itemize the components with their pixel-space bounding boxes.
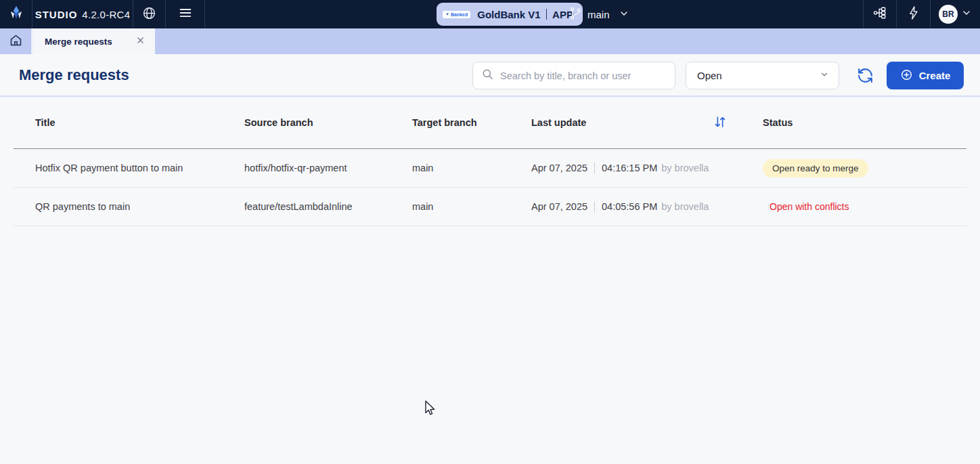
branch-name: main (587, 9, 610, 20)
refresh-icon (857, 75, 874, 86)
merge-requests-table: Title Source branch Target branch Last u… (14, 97, 966, 226)
mr-time: 04:16:15 PM (602, 163, 657, 173)
column-header-source-branch: Source branch (244, 117, 412, 128)
column-header-target-branch: Target branch (412, 117, 531, 128)
mr-title: QR payments to main (35, 201, 244, 212)
mr-target-branch: main (412, 163, 531, 173)
user-chevron-down-icon (961, 7, 972, 21)
date-time-divider (594, 163, 595, 174)
column-header-status: Status (763, 117, 966, 128)
product-name: STUDIO (35, 9, 78, 20)
banked-logo-text: Banked (451, 12, 468, 17)
knowledge-base-selector[interactable]: ▼ Banked GoldBank V1 APP (437, 3, 583, 26)
status-badge: Open ready to merge (763, 159, 868, 177)
globe-button[interactable] (133, 0, 166, 28)
mr-source-branch: feature/testLambdaInline (244, 201, 412, 212)
tab-close-icon[interactable] (135, 35, 146, 48)
column-header-last-update: Last update (531, 117, 586, 128)
lightning-bolt-icon (906, 5, 921, 23)
git-branch-icon (569, 6, 583, 22)
create-button-label: Create (919, 70, 951, 81)
kb-divider (546, 9, 548, 20)
user-menu[interactable]: BR (930, 0, 980, 28)
studio-version: STUDIO 4.2.0-RC4 (32, 0, 133, 28)
banked-logo-badge: ▼ Banked (443, 11, 470, 18)
search-input[interactable] (500, 70, 667, 81)
home-icon (9, 33, 23, 50)
product-version: 4.2.0-RC4 (82, 9, 130, 20)
branch-selector[interactable]: main (569, 0, 629, 28)
mr-date: Apr 07, 2025 (531, 201, 587, 212)
studio-logo-icon (7, 4, 25, 24)
search-icon (481, 68, 494, 83)
column-header-title: Title (35, 117, 244, 128)
hamburger-menu-icon (178, 5, 193, 23)
search-box (472, 62, 675, 89)
app-logo[interactable] (0, 0, 32, 28)
mr-title: Hotfix QR payment button to main (35, 163, 244, 173)
kb-name: GoldBank V1 (477, 9, 540, 20)
quick-actions-button[interactable] (896, 0, 930, 28)
main-menu-button[interactable] (166, 0, 205, 28)
deployment-tree-button[interactable] (863, 0, 896, 28)
refresh-button[interactable] (857, 67, 874, 84)
mr-author: by brovella (661, 163, 709, 173)
filter-selected-value: Open (697, 70, 820, 81)
tab-bar: Merge requests (0, 28, 980, 54)
sitemap-icon (872, 5, 887, 23)
banked-logo-icon: ▼ (445, 12, 449, 16)
mr-author: by brovella (661, 201, 709, 212)
select-chevron-down-icon (820, 70, 829, 82)
globe-icon (142, 6, 156, 23)
mr-time: 04:05:56 PM (602, 201, 657, 212)
plus-circle-icon (900, 68, 913, 83)
create-button[interactable]: Create (887, 62, 964, 89)
tab-merge-requests[interactable]: Merge requests (32, 28, 155, 54)
status-filter-select[interactable]: Open (686, 62, 839, 89)
merge-request-row[interactable]: Hotfix QR payment button to main hotfix/… (14, 149, 966, 188)
tab-home[interactable] (0, 28, 32, 54)
header-divider (0, 96, 980, 97)
page-title: Merge requests (19, 66, 129, 84)
branch-chevron-down-icon (619, 8, 629, 21)
user-avatar: BR (939, 5, 958, 24)
date-time-divider (594, 201, 595, 213)
sort-toggle-icon[interactable] (713, 114, 728, 131)
merge-request-row[interactable]: QR payments to main feature/testLambdaIn… (14, 188, 966, 226)
tab-label: Merge requests (45, 37, 135, 47)
mr-target-branch: main (412, 201, 531, 212)
status-badge: Open with conflicts (770, 201, 849, 212)
top-bar: STUDIO 4.2.0-RC4 ▼ Banked GoldBank V1 AP… (0, 0, 980, 28)
mr-date: Apr 07, 2025 (531, 163, 587, 173)
table-header-row: Title Source branch Target branch Last u… (14, 97, 966, 149)
mr-source-branch: hotfix/hotfix-qr-payment (244, 163, 412, 173)
